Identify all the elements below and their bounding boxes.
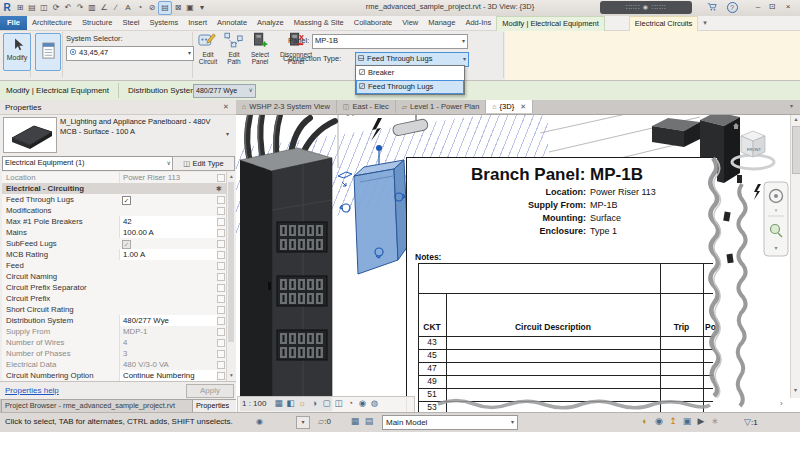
ribbon-tab--[interactable]: ▾ (698, 16, 712, 30)
settings-icon[interactable]: ∗ (708, 416, 722, 426)
shadows-icon[interactable]: ◑ (308, 397, 320, 410)
system-selector-dropdown[interactable]: 43,45,47▾ (66, 46, 194, 61)
select-panel-button[interactable]: SelectPanel (247, 32, 273, 66)
minimize-icon[interactable]: – (752, 2, 764, 11)
measure-icon[interactable]: ∠ (98, 0, 110, 15)
ribbon-tab-insert[interactable]: Insert (183, 16, 212, 30)
property-value-cell[interactable]: MDP-1 (119, 326, 217, 337)
worksets-icon[interactable]: ▦ (348, 416, 362, 426)
ribbon-tab-file[interactable]: File (0, 16, 27, 30)
properties-palette-button[interactable] (35, 33, 61, 71)
ribbon-tab-structure[interactable]: Structure (77, 16, 117, 30)
view-tab-level-1-power-plan[interactable]: ▱Level 1 - Power Plan (396, 100, 487, 113)
associate-param-button[interactable] (217, 273, 225, 281)
associate-param-button[interactable] (217, 229, 225, 237)
category-selector-dropdown[interactable]: Electrical Equipment (1)∨ (2, 156, 174, 171)
ribbon-tab-manage[interactable]: Manage (423, 16, 460, 30)
switch-windows-icon[interactable]: ▣ (184, 0, 196, 15)
associate-param-button[interactable] (217, 196, 225, 204)
associate-param-button[interactable] (217, 372, 225, 380)
temporary-hide-isolate-icon[interactable]: ◔ (344, 397, 356, 410)
ribbon-tab-systems[interactable]: Systems (145, 16, 184, 30)
dropdown-option-feed-through-lugs[interactable]: Feed Through Lugs (356, 80, 464, 94)
open-icon[interactable]: ▤ (26, 0, 38, 15)
associate-param-button[interactable] (217, 339, 225, 347)
palette-scroll-down-icon[interactable]: ▾ (227, 372, 236, 378)
ribbon-tab-modify-electrical-equipment[interactable]: Modify | Electrical Equipment (496, 16, 605, 31)
edit-circuit-button[interactable]: EditCircuit (195, 32, 221, 66)
property-value-cell[interactable]: 3 (119, 348, 217, 359)
project-browser-tab[interactable]: Project Browser - rme_advanced_sample_pr… (1, 399, 198, 412)
main-model-dropdown[interactable]: Main Model▾ (382, 415, 518, 430)
dropdown-option-breaker[interactable]: Breaker (356, 66, 464, 80)
property-value-cell[interactable]: Continue Numbering (119, 370, 217, 381)
view-tab-east-elec[interactable]: ◫East - Elec (337, 100, 396, 113)
ribbon-tab-annotate[interactable]: Annotate (212, 16, 252, 30)
checkbox[interactable]: ✓ (122, 240, 131, 249)
visual-style-icon[interactable]: ◧ (284, 397, 296, 410)
scrollbar-thumb[interactable] (792, 126, 800, 174)
scroll-right-icon[interactable]: › (780, 399, 783, 408)
infocenter-search[interactable]: ∷∷∷ ◉ ∷∷∷ (600, 1, 692, 14)
worksharing-display-toggle-icon[interactable]: ◉ (652, 416, 666, 426)
exclude-options-icon[interactable]: ▣ (680, 416, 694, 426)
distribution-system-dropdown[interactable]: 480/277 Wye∨ (193, 84, 256, 98)
text-icon[interactable]: A (122, 0, 134, 15)
help-icon[interactable]: ? (726, 2, 738, 13)
associate-param-button[interactable] (217, 218, 225, 226)
associate-param-button[interactable] (217, 295, 225, 303)
properties-help-link[interactable]: Properties help (5, 386, 59, 395)
editable-workset-indicator[interactable]: ▱:0 (318, 417, 331, 426)
ribbon-tab-architecture[interactable]: Architecture (27, 16, 77, 30)
filter-indicator[interactable]: ▽:1 (744, 417, 758, 427)
associate-param-button[interactable] (217, 317, 225, 325)
palette-scroll-up-icon[interactable]: ▴ (227, 172, 236, 181)
property-value-cell[interactable]: 480/277 Wye (119, 315, 217, 326)
close-hidden-windows-icon[interactable]: ⊠ (172, 0, 184, 15)
property-value-cell[interactable]: 1.00 A (119, 249, 217, 260)
edit-type-button[interactable]: ◫ Edit Type (172, 156, 235, 171)
checkbox[interactable]: ✓ (122, 196, 131, 205)
new-window-icon[interactable]: ⊞ (14, 0, 26, 15)
editable-only-icon[interactable]: ◉ (256, 417, 263, 426)
sync-with-central-icon[interactable]: ⟳ (50, 0, 62, 15)
associate-param-button[interactable] (217, 350, 225, 358)
ribbon-tab-add-ins[interactable]: Add-Ins (460, 16, 496, 30)
undo-icon[interactable]: ↶ (62, 0, 74, 15)
view-tab--3d-[interactable]: ⌂{3D}✕ (486, 100, 533, 113)
qat-customize-icon[interactable]: ▾ (196, 0, 208, 15)
associate-param-button[interactable] (217, 262, 225, 270)
ribbon-tab-steel[interactable]: Steel (117, 16, 144, 30)
section-icon[interactable]: ⊘ (146, 0, 158, 15)
ribbon-tab-analyze[interactable]: Analyze (252, 16, 289, 30)
associate-param-button[interactable] (217, 174, 225, 182)
reveal-hidden-elements-icon[interactable]: ◉ (356, 397, 368, 410)
view-tab-wshp-2-3-system-view[interactable]: ⌂WSHP 2-3 System View (236, 100, 337, 113)
palette-scrollbar[interactable]: ▴ ▾ (226, 172, 236, 381)
panel-schedule-sheet[interactable]: Branch Panel: MP-1B Location:Power Riser… (406, 157, 717, 413)
property-value-cell[interactable]: 4 (119, 337, 217, 348)
design-options-icon[interactable]: ▤ (362, 416, 376, 426)
revit-logo[interactable]: R (0, 0, 14, 15)
associate-param-button[interactable] (217, 306, 225, 314)
default-3d-view-icon[interactable]: ◔ (134, 0, 146, 15)
redo-icon[interactable]: ↷ (74, 0, 86, 15)
close-icon[interactable]: × (782, 2, 794, 11)
type-name[interactable]: M_Lighting and Appliance Panelboard - 48… (60, 117, 220, 153)
scroll-down-icon[interactable]: ▾ (791, 386, 800, 393)
property-value-cell[interactable]: 42 (119, 216, 217, 227)
status-collapsed-combo[interactable]: ▾ (296, 416, 310, 429)
property-value-cell[interactable]: 100.00 A (119, 227, 217, 238)
apply-button[interactable]: Apply (186, 384, 234, 398)
drawing-vertical-scrollbar[interactable]: ▴ ▾ (790, 114, 800, 398)
ribbon-tab-view[interactable]: View (397, 16, 423, 30)
property-value-cell[interactable]: Power Riser 113 (119, 172, 217, 183)
palette-scroll-thumb[interactable] (228, 182, 234, 342)
ribbon-tab-electrical-circuits[interactable]: Electrical Circuits (629, 16, 699, 31)
restore-icon[interactable]: ⊡ (766, 2, 778, 11)
palette-close-icon[interactable]: ✕ (223, 103, 229, 111)
edit-path-button[interactable]: EditPath (222, 32, 246, 66)
sun-path-icon[interactable]: ☼ (296, 397, 308, 410)
type-selector-chevron-icon[interactable]: ▾ (226, 130, 229, 137)
thin-lines-icon[interactable]: ▤ (158, 1, 172, 15)
